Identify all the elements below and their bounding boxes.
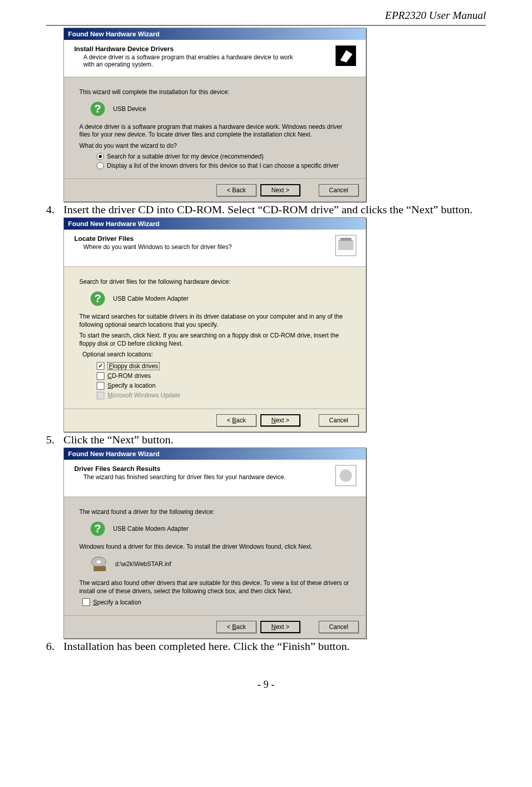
- wizard-body: Search for driver files for the followin…: [64, 267, 366, 409]
- back-button[interactable]: < Back: [216, 414, 256, 426]
- question-icon: ?: [90, 521, 106, 537]
- cd-icon: [90, 555, 108, 573]
- cancel-button[interactable]: Cancel: [319, 414, 359, 426]
- wizard-locate-files: Found New Hardware Wizard Locate Driver …: [63, 217, 366, 432]
- svg-point-13: [97, 560, 101, 564]
- step-number: 6.: [46, 640, 63, 653]
- page-header: EPR2320 User Manual: [46, 9, 486, 22]
- wizard-subheading: The wizard has finished searching for dr…: [83, 474, 298, 481]
- wizard-titlebar: Found New Hardware Wizard: [64, 218, 366, 230]
- wizard-subheading: Where do you want Windows to search for …: [83, 243, 298, 251]
- step-number: 5.: [46, 433, 63, 446]
- device-icon: [335, 465, 357, 486]
- check-windows-update: Microsoft Windows Update: [97, 392, 350, 399]
- wizard-subheading: A device driver is a software program th…: [83, 54, 298, 68]
- device-icon: [335, 235, 357, 256]
- body-p1-text: Windows found a driver for this device. …: [79, 543, 350, 551]
- next-button[interactable]: Next >: [260, 621, 300, 633]
- radio-display-list[interactable]: Display a list of the known drivers for …: [97, 162, 350, 169]
- cancel-button[interactable]: Cancel: [319, 621, 359, 633]
- wizard-search-results: Found New Hardware Wizard Driver Files S…: [63, 447, 366, 639]
- wizard-header: Locate Driver Files Where do you want Wi…: [64, 230, 366, 267]
- device-row: ? USB Device: [90, 101, 350, 117]
- check-label: Floppy disk drives: [107, 362, 160, 370]
- body-p2-text: The wizard also found other drivers that…: [79, 579, 350, 595]
- device-name: USB Cable Modem Adapter: [113, 525, 188, 532]
- body-p1-text: The wizard searches for suitable drivers…: [79, 313, 350, 329]
- wizard-install-drivers: Found New Hardware Wizard Install Hardwa…: [63, 28, 366, 202]
- wizard-heading: Install Hardware Device Drivers: [74, 45, 359, 53]
- device-name: USB Device: [113, 105, 146, 113]
- check-label: Microsoft Windows Update: [107, 392, 181, 399]
- radio-label: Display a list of the known drivers for …: [107, 162, 339, 169]
- checkbox-icon: [97, 362, 104, 370]
- button-row: < Back Next > Cancel: [64, 615, 366, 638]
- body-intro-text: Search for driver files for the followin…: [79, 278, 350, 286]
- device-icon: [335, 45, 357, 66]
- driver-path: d:\w2k\WebSTAR.inf: [115, 560, 171, 568]
- check-label: Specify a location: [93, 599, 141, 606]
- svg-text:?: ?: [94, 522, 101, 535]
- step-text: Insert the driver CD into CD-ROM. Select…: [63, 203, 486, 216]
- body-intro-text: The wizard found a driver for the follow…: [79, 508, 350, 516]
- device-name: USB Cable Modem Adapter: [113, 295, 188, 302]
- cancel-button[interactable]: Cancel: [319, 184, 359, 196]
- wizard-header: Driver Files Search Results The wizard h…: [64, 460, 366, 497]
- locations-label: Optional search locations:: [82, 351, 350, 359]
- svg-rect-5: [340, 238, 351, 241]
- svg-text:?: ?: [94, 102, 101, 115]
- step-number: 4.: [46, 203, 63, 216]
- question-icon: ?: [90, 101, 106, 117]
- device-row: ? USB Cable Modem Adapter: [90, 290, 350, 307]
- svg-text:?: ?: [94, 292, 101, 305]
- button-row: < Back Next > Cancel: [64, 178, 366, 201]
- driver-file-row: d:\w2k\WebSTAR.inf: [90, 555, 350, 573]
- check-specify[interactable]: Specify a location: [97, 382, 350, 390]
- next-button[interactable]: Next >: [260, 184, 300, 196]
- svg-rect-14: [94, 566, 106, 571]
- wizard-header: Install Hardware Device Drivers A device…: [64, 40, 366, 77]
- radio-icon: [97, 153, 104, 160]
- next-button[interactable]: Next >: [260, 414, 300, 426]
- button-row: < Back Next > Cancel: [64, 409, 366, 432]
- step-5: 5. Click the “Next” button.: [46, 433, 486, 446]
- radio-search-driver[interactable]: Search for a suitable driver for my devi…: [97, 153, 350, 160]
- check-floppy[interactable]: Floppy disk drives: [97, 362, 350, 370]
- wizard-heading: Locate Driver Files: [74, 235, 359, 242]
- step-text: Click the “Next” button.: [63, 433, 486, 446]
- step-4: 4. Insert the driver CD into CD-ROM. Sel…: [46, 203, 486, 216]
- wizard-titlebar: Found New Hardware Wizard: [64, 448, 366, 460]
- page-footer: - 9 -: [46, 679, 486, 690]
- question-icon: ?: [90, 290, 106, 307]
- wizard-body: The wizard found a driver for the follow…: [64, 497, 366, 615]
- check-specify-location[interactable]: Specify a location: [82, 598, 350, 606]
- wizard-titlebar: Found New Hardware Wizard: [64, 28, 366, 40]
- wizard-body: This wizard will complete the installati…: [64, 77, 366, 178]
- checkbox-icon: [97, 392, 104, 399]
- svg-rect-4: [338, 240, 353, 250]
- back-button[interactable]: < Back: [216, 621, 256, 633]
- radio-label: Search for a suitable driver for my devi…: [107, 153, 263, 160]
- step-text: Installation has been completed here. Cl…: [63, 640, 486, 653]
- device-row: ? USB Cable Modem Adapter: [90, 521, 350, 537]
- header-rule: [46, 25, 486, 26]
- checkbox-icon: [97, 372, 104, 380]
- svg-point-9: [340, 469, 352, 482]
- body-intro-text: This wizard will complete the installati…: [79, 88, 350, 97]
- check-label: Specify a location: [107, 382, 156, 389]
- body-p2-text: To start the search, click Next. If you …: [79, 332, 350, 348]
- prompt-text: What do you want the wizard to do?: [79, 142, 350, 150]
- step-6: 6. Installation has been completed here.…: [46, 640, 486, 653]
- check-label: CD-ROM drives: [107, 372, 151, 379]
- wizard-heading: Driver Files Search Results: [74, 465, 359, 473]
- body-desc-text: A device driver is a software program th…: [79, 123, 350, 139]
- radio-icon: [97, 162, 104, 169]
- back-button[interactable]: < Back: [216, 184, 256, 196]
- checkbox-icon: [97, 382, 104, 390]
- check-cdrom[interactable]: CD-ROM drives: [97, 372, 350, 380]
- checkbox-icon: [82, 598, 90, 606]
